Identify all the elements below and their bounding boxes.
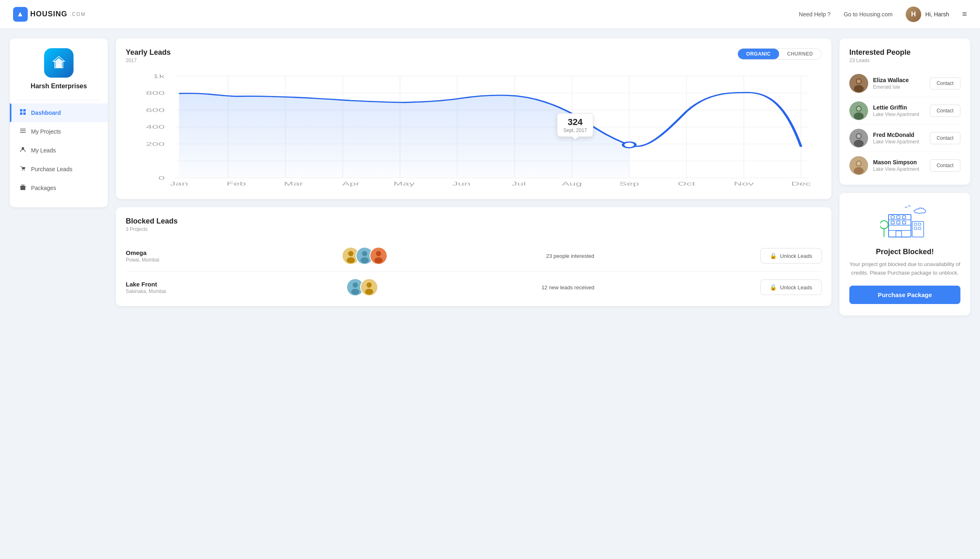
- sidebar-item-my-leads[interactable]: My Leads: [10, 141, 108, 160]
- contact-eliza-button[interactable]: Contact: [930, 77, 960, 89]
- contact-mason-button[interactable]: Contact: [930, 159, 960, 172]
- company-logo-icon: [44, 48, 74, 78]
- company-name: Harsh Enterprises: [31, 83, 87, 90]
- eliza-avatar-inner: [849, 74, 868, 93]
- svg-rect-1: [23, 109, 26, 112]
- leads-row-lakefront: Lake Front Sakinaka, Mumbai: [126, 272, 822, 296]
- logo[interactable]: ▲ HOUSING .COM: [13, 7, 86, 22]
- eliza-info: Eliza Wallace Emerald Isle: [873, 77, 925, 90]
- need-help-link[interactable]: Need Help ?: [799, 11, 831, 18]
- svg-text:Jun: Jun: [452, 181, 470, 187]
- svg-point-56: [376, 251, 381, 256]
- svg-text:May: May: [394, 181, 415, 187]
- sidebar-profile: Harsh Enterprises: [10, 48, 108, 100]
- svg-text:Nov: Nov: [734, 181, 754, 187]
- project-blocked-card: Project Blocked! Your project got blocke…: [840, 193, 970, 315]
- svg-point-57: [374, 257, 383, 264]
- logo-sub: .COM: [70, 11, 86, 17]
- svg-text:1k: 1k: [153, 73, 165, 79]
- fred-name: Fred McDonald: [873, 132, 925, 138]
- dashboard-icon: [20, 109, 26, 117]
- svg-rect-92: [914, 223, 917, 226]
- svg-point-63: [365, 289, 373, 295]
- organic-toggle-button[interactable]: ORGANIC: [738, 49, 779, 59]
- sidebar-divider: [16, 100, 101, 100]
- fred-avatar: [849, 129, 868, 148]
- svg-text:Feb: Feb: [227, 181, 246, 187]
- sidebar: Harsh Enterprises Dashboard: [10, 38, 108, 207]
- chart-container: 1k 800 600 400 200 0: [126, 67, 822, 189]
- svg-rect-90: [896, 231, 902, 237]
- sidebar-item-my-projects[interactable]: My Projects: [10, 122, 108, 141]
- svg-point-66: [854, 85, 864, 92]
- contact-fred-button[interactable]: Contact: [930, 132, 960, 144]
- svg-text:0: 0: [158, 175, 165, 181]
- unlock-leads-lakefront-label: Unlock Leads: [780, 284, 812, 291]
- lakefront-location: Sakinaka, Mumbai: [126, 288, 191, 294]
- svg-text:Apr: Apr: [342, 181, 360, 187]
- avatar-stack-omega: [342, 247, 388, 265]
- svg-point-8: [22, 170, 23, 171]
- svg-rect-95: [918, 227, 921, 230]
- my-projects-icon: [20, 127, 26, 136]
- project-blocked-description: Your project got blocked due to unavaila…: [849, 260, 960, 277]
- hamburger-menu-icon[interactable]: ≡: [962, 9, 967, 19]
- dashboard-label: Dashboard: [31, 110, 61, 116]
- go-to-housing-link[interactable]: Go to Housing.com: [844, 11, 893, 18]
- leads-info-lakefront: Lake Front Sakinaka, Mumbai: [126, 281, 191, 294]
- svg-rect-2: [20, 112, 22, 115]
- svg-text:Dec: Dec: [791, 181, 811, 187]
- svg-rect-0: [20, 109, 22, 112]
- avatar: H: [906, 7, 921, 22]
- omega-project-name: Omega: [126, 249, 191, 256]
- svg-point-51: [347, 257, 355, 264]
- sidebar-item-purchase-leads[interactable]: Purchase Leads: [10, 160, 108, 179]
- svg-text:Aug: Aug: [562, 181, 582, 187]
- interested-title: Interested People: [849, 48, 960, 57]
- svg-point-54: [361, 257, 369, 264]
- mason-property: Lake View Apartment: [873, 166, 925, 172]
- svg-rect-89: [902, 221, 906, 224]
- sidebar-item-packages[interactable]: Packages: [10, 179, 108, 197]
- svg-rect-5: [20, 130, 26, 131]
- sidebar-item-dashboard[interactable]: Dashboard: [10, 103, 108, 122]
- svg-text:200: 200: [146, 141, 165, 147]
- person-row-mason: Mason Simpson Lake View Apartment Contac…: [849, 152, 960, 175]
- building-svg: [880, 204, 929, 241]
- svg-text:Oct: Oct: [678, 181, 695, 187]
- chart-toggle: ORGANIC CHURNED: [737, 48, 822, 60]
- svg-text:Jul: Jul: [512, 181, 526, 187]
- eliza-property: Emerald Isle: [873, 84, 925, 90]
- avatar-stack-lakefront: [346, 278, 378, 296]
- svg-rect-6: [20, 132, 26, 133]
- logo-text: HOUSING: [30, 10, 67, 18]
- blocked-leads-subtitle: 3 Projects: [126, 226, 822, 232]
- purchase-leads-label: Purchase Leads: [31, 166, 72, 172]
- omega-count: 23 people interested: [546, 253, 611, 259]
- header: ▲ HOUSING .COM Need Help ? Go to Housing…: [0, 0, 980, 29]
- churned-toggle-button[interactable]: CHURNED: [779, 49, 822, 59]
- chart-year: 2017: [126, 58, 171, 63]
- avatar-person-3: [370, 247, 388, 265]
- lettie-avatar: [849, 101, 868, 120]
- svg-rect-88: [897, 221, 900, 224]
- eliza-name: Eliza Wallace: [873, 77, 925, 83]
- interested-subtitle: 23 Leads: [849, 58, 960, 63]
- packages-icon: [20, 184, 26, 192]
- username: Hi, Harsh: [925, 11, 949, 18]
- svg-rect-84: [891, 216, 894, 219]
- unlock-leads-lakefront-button[interactable]: 🔒 Unlock Leads: [760, 280, 822, 295]
- unlock-leads-omega-label: Unlock Leads: [780, 253, 812, 259]
- purchase-package-button[interactable]: Purchase Package: [849, 286, 960, 304]
- svg-text:400: 400: [146, 124, 165, 130]
- svg-point-60: [351, 289, 359, 295]
- contact-lettie-button[interactable]: Contact: [930, 105, 960, 117]
- project-blocked-title: Project Blocked!: [849, 248, 960, 256]
- svg-point-67: [857, 79, 861, 83]
- lettie-name: Lettie Griffin: [873, 104, 925, 111]
- fred-property: Lake View Apartment: [873, 139, 925, 145]
- svg-point-53: [362, 251, 367, 256]
- svg-point-7: [22, 147, 24, 150]
- svg-rect-87: [891, 221, 894, 224]
- unlock-leads-omega-button[interactable]: 🔒 Unlock Leads: [760, 248, 822, 264]
